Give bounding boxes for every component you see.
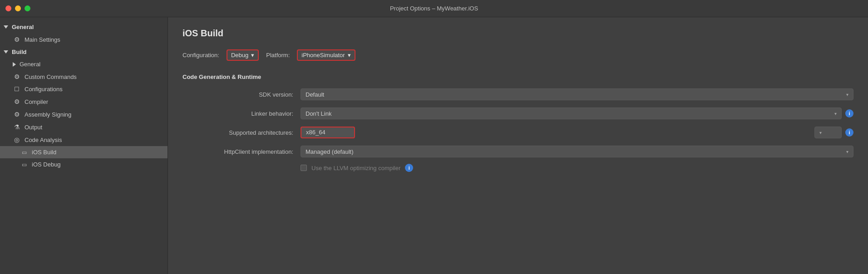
chevron-down-icon bbox=[4, 25, 8, 29]
sidebar-item-label: Output bbox=[25, 124, 42, 131]
gear-icon bbox=[13, 98, 21, 105]
sidebar-item-label: Main Settings bbox=[25, 36, 60, 43]
section-heading: Code Generation & Runtime bbox=[182, 73, 853, 80]
chevron-down-icon: ▾ bbox=[846, 92, 848, 97]
httpclient-row: HttpClient implementation: Managed (defa… bbox=[182, 145, 853, 158]
window-title: Project Options – MyWeather.iOS bbox=[390, 5, 478, 12]
device-icon: ▭ bbox=[20, 161, 28, 168]
gear-icon bbox=[13, 73, 21, 80]
close-button[interactable] bbox=[5, 5, 11, 11]
sidebar-item-ios-debug[interactable]: ▭ iOS Debug bbox=[0, 158, 168, 171]
sidebar-item-label: Build bbox=[12, 49, 27, 55]
linker-behavior-control: Don't Link ▾ i bbox=[301, 108, 853, 119]
llvm-info-button[interactable]: i bbox=[405, 164, 413, 172]
platform-label: Platform: bbox=[266, 52, 290, 59]
sidebar-item-label: iOS Debug bbox=[32, 161, 61, 168]
architectures-field[interactable]: x86_64 bbox=[301, 127, 355, 138]
llvm-checkbox-row: Use the LLVM optimizing compiler i bbox=[182, 164, 853, 172]
httpclient-value: Managed (default) bbox=[306, 148, 354, 155]
httpclient-select[interactable]: Managed (default) ▾ bbox=[301, 146, 853, 157]
chevron-down-icon: ▾ bbox=[846, 149, 848, 154]
config-label: Configuration: bbox=[182, 52, 219, 59]
architectures-value: x86_64 bbox=[306, 129, 326, 136]
linker-behavior-label: Linker behavior: bbox=[182, 110, 301, 117]
target-icon: ◎ bbox=[13, 136, 21, 143]
sidebar: General Main Settings Build General Cust… bbox=[0, 17, 168, 274]
configuration-select[interactable]: Debug ▾ bbox=[227, 49, 259, 61]
sidebar-item-main-settings[interactable]: Main Settings bbox=[0, 33, 168, 46]
minimize-button[interactable] bbox=[15, 5, 21, 11]
gear-icon bbox=[13, 36, 21, 43]
linker-behavior-value: Don't Link bbox=[306, 110, 331, 117]
architectures-control: x86_64 ▾ i bbox=[301, 127, 853, 138]
sidebar-item-custom-commands[interactable]: Custom Commands bbox=[0, 70, 168, 83]
sidebar-item-output[interactable]: ⚗ Output bbox=[0, 121, 168, 133]
linker-behavior-select[interactable]: Don't Link ▾ bbox=[301, 108, 842, 119]
httpclient-control: Managed (default) ▾ bbox=[301, 146, 853, 157]
chevron-right-icon bbox=[13, 62, 16, 67]
sidebar-item-code-analysis[interactable]: ◎ Code Analysis bbox=[0, 133, 168, 146]
flask-icon: ⚗ bbox=[13, 123, 21, 131]
sidebar-item-label: iOS Build bbox=[32, 149, 56, 156]
maximize-button[interactable] bbox=[25, 5, 30, 11]
sidebar-item-label: General bbox=[12, 24, 34, 30]
sidebar-item-label: Custom Commands bbox=[25, 73, 77, 80]
dropdown-arrow-icon: ▾ bbox=[251, 52, 254, 59]
httpclient-label: HttpClient implementation: bbox=[182, 148, 301, 155]
sidebar-item-configurations[interactable]: ☐ Configurations bbox=[0, 83, 168, 95]
title-bar: Project Options – MyWeather.iOS bbox=[0, 0, 868, 17]
chevron-down-icon: ▾ bbox=[834, 111, 837, 116]
sidebar-item-build-general[interactable]: General bbox=[0, 58, 168, 70]
sidebar-item-label: Code Analysis bbox=[25, 137, 62, 143]
chevron-down-icon: ▾ bbox=[819, 130, 822, 135]
llvm-checkbox[interactable] bbox=[301, 165, 307, 171]
page-title: iOS Build bbox=[182, 28, 853, 39]
architectures-label: Supported architectures: bbox=[182, 129, 301, 136]
sidebar-item-compiler[interactable]: Compiler bbox=[0, 95, 168, 108]
gear-icon bbox=[13, 111, 21, 118]
sdk-version-label: SDK version: bbox=[182, 91, 301, 98]
architectures-select-arrow[interactable]: ▾ bbox=[814, 127, 842, 138]
configuration-value: Debug bbox=[231, 52, 248, 59]
sdk-version-select[interactable]: Default ▾ bbox=[301, 88, 853, 100]
device-icon: ▭ bbox=[20, 149, 28, 156]
platform-value: iPhoneSimulator bbox=[301, 52, 345, 59]
content-area: iOS Build Configuration: Debug ▾ Platfor… bbox=[168, 17, 868, 274]
platform-select[interactable]: iPhoneSimulator ▾ bbox=[297, 49, 355, 61]
sidebar-item-label: Assembly Signing bbox=[25, 111, 71, 118]
sidebar-item-label: Compiler bbox=[25, 98, 48, 105]
sdk-version-row: SDK version: Default ▾ bbox=[182, 88, 853, 101]
sidebar-item-ios-build[interactable]: ▭ iOS Build bbox=[0, 146, 168, 158]
sdk-version-control: Default ▾ bbox=[301, 88, 853, 100]
sidebar-item-general-header[interactable]: General bbox=[0, 21, 168, 33]
main-layout: General Main Settings Build General Cust… bbox=[0, 17, 868, 274]
dropdown-arrow-icon: ▾ bbox=[348, 52, 351, 59]
linker-behavior-row: Linker behavior: Don't Link ▾ i bbox=[182, 107, 853, 120]
checkbox-icon: ☐ bbox=[13, 86, 21, 93]
sidebar-item-build-header[interactable]: Build bbox=[0, 46, 168, 58]
window-buttons bbox=[5, 5, 30, 11]
architectures-row: Supported architectures: x86_64 ▾ i bbox=[182, 126, 853, 139]
sidebar-item-label: Configurations bbox=[25, 86, 63, 93]
sdk-version-value: Default bbox=[306, 91, 324, 98]
linker-info-button[interactable]: i bbox=[845, 109, 853, 117]
architectures-info-button[interactable]: i bbox=[845, 128, 853, 137]
llvm-checkbox-label: Use the LLVM optimizing compiler bbox=[311, 165, 400, 171]
sidebar-item-assembly-signing[interactable]: Assembly Signing bbox=[0, 108, 168, 121]
chevron-down-icon bbox=[4, 50, 8, 54]
config-bar: Configuration: Debug ▾ Platform: iPhoneS… bbox=[182, 49, 853, 61]
sidebar-item-label: General bbox=[20, 61, 40, 68]
